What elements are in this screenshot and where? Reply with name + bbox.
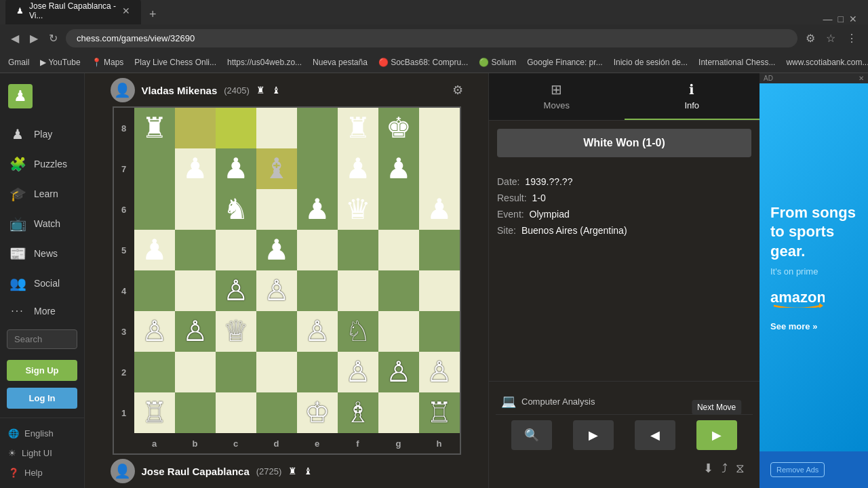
cell-b7[interactable]: ♟ <box>175 148 216 189</box>
sidebar-item-light-ui[interactable]: ☀ Light UI <box>0 443 84 463</box>
bookmark-solium[interactable]: 🟢 Solium <box>479 58 516 67</box>
cell-f2[interactable]: ♙ <box>338 352 378 392</box>
cell-a6[interactable] <box>134 189 175 230</box>
cell-f1[interactable]: ♗ <box>338 392 378 433</box>
settings-icon[interactable]: ⚙ <box>452 83 463 98</box>
sidebar-item-help[interactable]: ❓ Help <box>0 463 84 483</box>
cell-c7[interactable]: ♟ <box>216 148 256 189</box>
cell-e5[interactable] <box>297 230 338 270</box>
bookmark-inicio[interactable]: Inicio de sesión de... <box>614 58 688 67</box>
cell-b2[interactable] <box>175 352 216 392</box>
cell-g1[interactable] <box>378 392 419 433</box>
download-button[interactable]: ⬇ <box>703 461 713 476</box>
cell-c1[interactable] <box>216 392 256 433</box>
minimize-icon[interactable]: — <box>823 14 833 24</box>
cell-c3[interactable]: ♕ <box>216 311 256 352</box>
bookmark-chess[interactable]: Play Live Chess Onli... <box>134 58 216 67</box>
prev-button[interactable]: ◀ <box>635 420 675 450</box>
sidebar-item-news[interactable]: 📰 News <box>0 239 84 268</box>
sidebar-item-social[interactable]: 👥 Social <box>0 268 84 298</box>
cell-b3[interactable]: ♙ <box>175 311 216 352</box>
sign-up-button[interactable]: Sign Up <box>7 360 77 381</box>
cell-a7[interactable] <box>134 148 175 189</box>
cell-c5[interactable] <box>216 230 256 270</box>
cell-e4[interactable] <box>297 270 338 311</box>
back-button[interactable]: ◀ <box>8 29 22 47</box>
log-in-button[interactable]: Log In <box>7 388 77 409</box>
cell-h5[interactable] <box>419 230 460 270</box>
cell-b6[interactable] <box>175 189 216 230</box>
cell-e2[interactable] <box>297 352 338 392</box>
bookmark-finance[interactable]: Google Finance: pr... <box>527 58 602 67</box>
cell-h6[interactable]: ♟ <box>419 189 460 230</box>
cell-b1[interactable] <box>175 392 216 433</box>
cell-e3[interactable]: ♙ <box>297 311 338 352</box>
tab-info[interactable]: ℹ Info <box>625 73 760 120</box>
cell-b5[interactable] <box>175 230 216 270</box>
sidebar-item-watch[interactable]: 📺 Watch <box>0 209 84 239</box>
cell-f7[interactable]: ♟ <box>338 148 378 189</box>
bookmark-youtube[interactable]: ▶ YouTube <box>40 58 80 67</box>
cell-f6[interactable]: ♛ <box>338 189 378 230</box>
tab-moves[interactable]: ⊞ Moves <box>489 73 625 120</box>
cell-h8[interactable] <box>419 108 460 148</box>
cell-g5[interactable] <box>378 230 419 270</box>
cell-f3[interactable]: ♘ <box>338 311 378 352</box>
menu-icon[interactable]: ⋮ <box>844 29 860 47</box>
forward-button[interactable]: ▶ <box>27 29 41 47</box>
cell-a8[interactable]: ♜ <box>134 108 175 148</box>
cell-d4[interactable]: ♙ <box>256 270 297 311</box>
tab-close-icon[interactable]: ✕ <box>122 5 130 16</box>
bookmark-zoom[interactable]: https://us04web.zo... <box>227 58 302 67</box>
cell-d3[interactable] <box>256 311 297 352</box>
cell-g8[interactable]: ♚ <box>378 108 419 148</box>
cell-a3[interactable]: ♙ <box>134 311 175 352</box>
cell-c2[interactable] <box>216 352 256 392</box>
bookmark-gmail[interactable]: Gmail <box>8 58 29 67</box>
sidebar-item-english[interactable]: 🌐 English <box>0 424 84 443</box>
cell-g4[interactable] <box>378 270 419 311</box>
cell-c6[interactable]: ♞ <box>216 189 256 230</box>
bookmark-icon[interactable]: ☆ <box>823 29 838 47</box>
cell-a4[interactable] <box>134 270 175 311</box>
cell-d8[interactable] <box>256 108 297 148</box>
cell-c4[interactable]: ♙ <box>216 270 256 311</box>
logo[interactable]: ♟ <box>0 79 84 119</box>
remove-ads-button[interactable]: Remove Ads <box>770 462 825 477</box>
url-bar[interactable] <box>66 29 797 47</box>
cell-d2[interactable] <box>256 352 297 392</box>
cell-f5[interactable] <box>338 230 378 270</box>
cell-c8[interactable] <box>216 108 256 148</box>
sidebar-item-puzzles[interactable]: 🧩 Puzzles <box>0 149 84 179</box>
cell-d1[interactable] <box>256 392 297 433</box>
cell-a5[interactable]: ♟ <box>134 230 175 270</box>
reload-button[interactable]: ↻ <box>46 29 60 47</box>
bookmark-socbas[interactable]: 🔴 SocBas68: Compru... <box>378 58 468 67</box>
new-tab-button[interactable]: + <box>144 5 162 24</box>
bookmark-scotiabank[interactable]: www.scotiabank.com... <box>786 58 868 67</box>
cell-g3[interactable] <box>378 311 419 352</box>
see-more-link[interactable]: See more » <box>770 321 817 331</box>
bookmark-nueva[interactable]: Nueva pestaña <box>313 58 368 67</box>
cell-h1[interactable]: ♖ <box>419 392 460 433</box>
close-window-icon[interactable]: ✕ <box>849 14 857 24</box>
cell-d5[interactable]: ♟ <box>256 230 297 270</box>
cell-d6[interactable] <box>256 189 297 230</box>
sidebar-item-more[interactable]: ··· More <box>0 298 84 324</box>
extensions-icon[interactable]: ⚙ <box>803 29 818 47</box>
sidebar-item-learn[interactable]: 🎓 Learn <box>0 179 84 209</box>
cell-f4[interactable] <box>338 270 378 311</box>
cell-e7[interactable] <box>297 148 338 189</box>
cell-b8[interactable] <box>175 108 216 148</box>
bookmark-chess-intl[interactable]: International Chess... <box>698 58 775 67</box>
active-tab[interactable]: ♟ Jose Raul Capablanca - Vi... ✕ <box>5 0 141 24</box>
embed-button[interactable]: ⧖ <box>736 462 745 476</box>
cell-f8[interactable]: ♜ <box>338 108 378 148</box>
play-button[interactable]: ▶ <box>573 420 614 450</box>
cell-b4[interactable] <box>175 270 216 311</box>
cell-e6[interactable]: ♟ <box>297 189 338 230</box>
zoom-button[interactable]: 🔍 <box>511 420 552 450</box>
cell-a2[interactable] <box>134 352 175 392</box>
cell-h2[interactable]: ♙ <box>419 352 460 392</box>
cell-g7[interactable]: ♟ <box>378 148 419 189</box>
